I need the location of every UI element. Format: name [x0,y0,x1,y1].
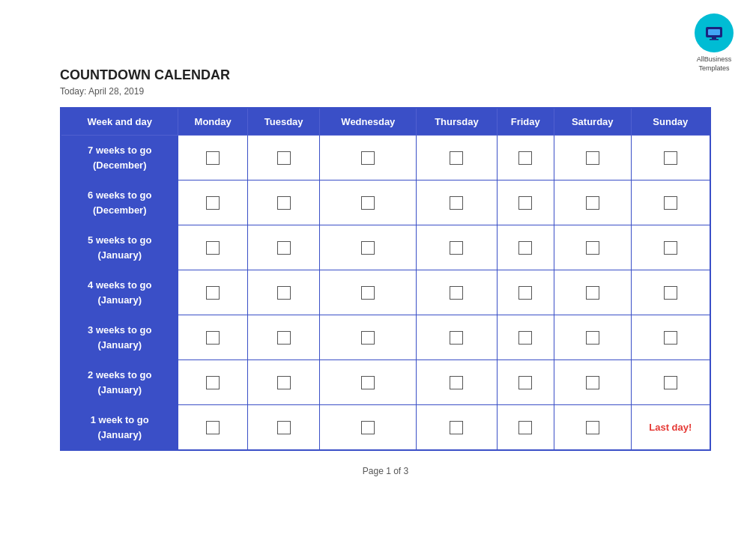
checkbox[interactable] [518,151,532,165]
col-header-week: Week and day [61,108,178,136]
checkbox-cell-row1-day1 [247,180,320,225]
checkbox[interactable] [586,331,599,345]
logo-text: AllBusiness Templates [697,55,732,73]
checkbox-cell-row5-day4 [497,360,554,405]
checkbox-cell-row1-day3 [417,180,497,225]
logo-icon [695,13,734,52]
checkbox[interactable] [586,286,599,300]
checkbox[interactable] [277,331,291,345]
checkbox-cell-row0-day0 [178,136,247,180]
week-label-3: 4 weeks to go(January) [61,270,178,315]
checkbox-cell-row3-day2 [320,270,417,315]
checkbox[interactable] [361,331,375,345]
checkbox[interactable] [206,331,220,345]
checkbox[interactable] [361,286,375,300]
checkbox-cell-row0-day1 [247,136,320,180]
checkbox[interactable] [277,241,291,255]
checkbox-cell-row0-day4 [497,136,554,180]
table-row: 4 weeks to go(January) [61,270,710,315]
week-label-6: 1 week to go(January) [61,405,178,451]
checkbox[interactable] [664,286,677,300]
checkbox-cell-row6-day2 [320,405,417,451]
checkbox-cell-row1-day2 [320,180,417,225]
checkbox[interactable] [450,421,463,434]
checkbox[interactable] [664,241,677,255]
checkbox[interactable] [518,421,532,434]
checkbox[interactable] [518,376,532,389]
checkbox[interactable] [518,286,532,300]
checkbox[interactable] [518,196,532,210]
checkbox[interactable] [518,241,532,255]
checkbox-cell-row3-day6 [631,270,710,315]
table-row: 6 weeks to go(December) [61,180,710,225]
checkbox-cell-row2-day6 [631,225,710,270]
checkbox[interactable] [361,151,375,165]
checkbox[interactable] [206,421,220,434]
checkbox[interactable] [450,376,463,389]
col-header-tuesday: Tuesday [247,108,320,136]
checkbox[interactable] [277,196,291,210]
checkbox-cell-row0-day6 [631,136,710,180]
page: AllBusiness Templates COUNTDOWN CALENDAR… [0,0,756,534]
last-day-cell: Last day! [631,405,710,451]
checkbox-cell-row3-day4 [497,270,554,315]
checkbox[interactable] [206,376,220,389]
logo-area: AllBusiness Templates [695,13,734,73]
checkbox[interactable] [361,196,375,210]
svg-rect-3 [710,39,719,40]
checkbox-cell-row1-day0 [178,180,247,225]
checkbox[interactable] [450,151,463,165]
checkbox-cell-row5-day5 [554,360,631,405]
checkbox-cell-row2-day3 [417,225,497,270]
last-day-label: Last day! [649,422,692,433]
page-footer: Page 1 of 3 [60,466,711,476]
week-label-0: 7 weeks to go(December) [61,136,178,180]
col-header-saturday: Saturday [554,108,631,136]
checkbox[interactable] [450,286,463,300]
checkbox-cell-row0-day2 [320,136,417,180]
checkbox[interactable] [586,196,599,210]
checkbox[interactable] [361,376,375,389]
checkbox-cell-row4-day2 [320,315,417,360]
checkbox-cell-row4-day6 [631,315,710,360]
checkbox[interactable] [586,241,599,255]
table-row: 3 weeks to go(January) [61,315,710,360]
table-header-row: Week and day Monday Tuesday Wednesday Th… [61,108,710,136]
checkbox[interactable] [664,196,677,210]
checkbox[interactable] [361,421,375,434]
calendar-table: Week and day Monday Tuesday Wednesday Th… [60,107,711,451]
checkbox-cell-row5-day0 [178,360,247,405]
svg-rect-2 [712,37,716,39]
checkbox-cell-row4-day4 [497,315,554,360]
checkbox[interactable] [206,286,220,300]
checkbox[interactable] [450,241,463,255]
week-label-5: 2 weeks to go(January) [61,360,178,405]
checkbox[interactable] [277,286,291,300]
logo-svg [703,22,725,44]
checkbox-cell-row4-day3 [417,315,497,360]
checkbox[interactable] [277,376,291,389]
checkbox-cell-row4-day1 [247,315,320,360]
checkbox-cell-row3-day1 [247,270,320,315]
checkbox[interactable] [361,241,375,255]
checkbox-cell-row2-day2 [320,225,417,270]
checkbox[interactable] [664,331,677,345]
checkbox-cell-row1-day6 [631,180,710,225]
checkbox[interactable] [586,421,599,434]
checkbox[interactable] [586,151,599,165]
checkbox[interactable] [277,421,291,434]
checkbox-cell-row1-day4 [497,180,554,225]
checkbox[interactable] [450,196,463,210]
checkbox[interactable] [206,196,220,210]
checkbox-cell-row3-day5 [554,270,631,315]
checkbox[interactable] [664,151,677,165]
col-header-friday: Friday [497,108,554,136]
checkbox[interactable] [206,241,220,255]
checkbox[interactable] [586,376,599,389]
checkbox[interactable] [206,151,220,165]
checkbox-cell-row5-day6 [631,360,710,405]
checkbox[interactable] [277,151,291,165]
checkbox[interactable] [664,376,677,389]
checkbox[interactable] [518,331,532,345]
checkbox[interactable] [450,331,463,345]
